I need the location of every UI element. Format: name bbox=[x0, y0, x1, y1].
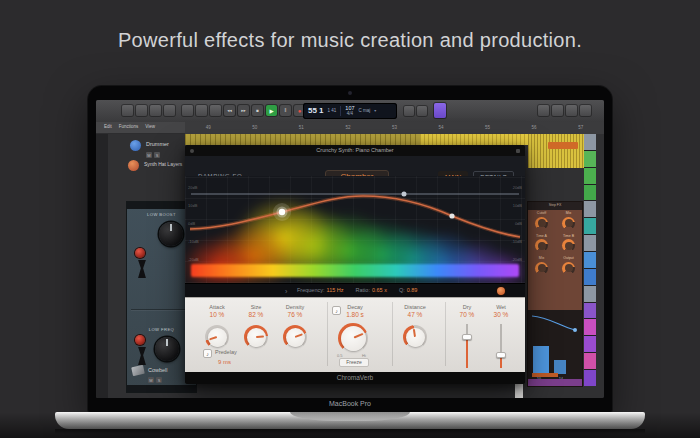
track-color-block[interactable] bbox=[584, 319, 596, 335]
close-icon[interactable] bbox=[190, 149, 194, 153]
fx-knob[interactable] bbox=[562, 239, 575, 252]
density-label: Density bbox=[275, 305, 315, 311]
track-color-block[interactable] bbox=[584, 185, 596, 201]
rewind-button[interactable]: ◂◂ bbox=[224, 105, 235, 116]
track-color-block[interactable] bbox=[584, 370, 596, 386]
eq-toggle-switch-bottom[interactable] bbox=[135, 347, 149, 365]
plugin-titlebar[interactable]: Crunchy Synth: Piano Chamber bbox=[185, 145, 525, 156]
ruler-number[interactable]: 53 bbox=[392, 126, 397, 131]
eq-in-button-top[interactable] bbox=[135, 248, 145, 258]
ruler-number[interactable]: 52 bbox=[345, 126, 350, 131]
attack-knob[interactable] bbox=[205, 325, 229, 349]
menu-functions[interactable]: Functions bbox=[119, 125, 139, 130]
power-icon[interactable] bbox=[497, 287, 505, 295]
region-yellow-right[interactable] bbox=[528, 134, 584, 168]
fx-knob[interactable] bbox=[562, 217, 575, 230]
fx-knob[interactable] bbox=[562, 262, 575, 275]
mute-button[interactable]: M bbox=[148, 377, 154, 383]
track-color-block[interactable] bbox=[584, 201, 596, 217]
lcd-caret-icon[interactable]: ▾ bbox=[374, 109, 376, 113]
play-button[interactable]: ▶ bbox=[266, 105, 277, 116]
track-color-block[interactable] bbox=[584, 168, 596, 184]
status-label: Frequency: bbox=[297, 288, 325, 294]
eq-in-button-bottom[interactable] bbox=[135, 335, 145, 345]
track-color-block[interactable] bbox=[584, 303, 596, 319]
search-icon[interactable] bbox=[580, 105, 591, 116]
smart-controls-icon[interactable] bbox=[182, 105, 193, 116]
settings-icon[interactable] bbox=[552, 105, 563, 116]
track-color-block[interactable] bbox=[584, 218, 596, 234]
track-color-block[interactable] bbox=[584, 252, 596, 268]
link-icon[interactable] bbox=[516, 149, 520, 153]
menu-view[interactable]: View bbox=[145, 125, 155, 130]
region-yellow[interactable] bbox=[420, 134, 528, 145]
chevron-icon[interactable]: › bbox=[285, 288, 287, 295]
track-name-cowbell[interactable]: Cowbell bbox=[148, 368, 168, 374]
track-color-block[interactable] bbox=[584, 353, 596, 369]
ruler-number[interactable]: 54 bbox=[439, 126, 444, 131]
region-olive[interactable] bbox=[185, 134, 420, 145]
track-name-drummer[interactable]: Drummer bbox=[146, 142, 169, 148]
wet-slider[interactable] bbox=[495, 324, 507, 368]
ruler-number[interactable]: 50 bbox=[252, 126, 257, 131]
library-icon[interactable] bbox=[122, 105, 133, 116]
cowbell-mute-solo: M S bbox=[148, 377, 162, 383]
track-color-block[interactable] bbox=[584, 286, 596, 302]
axis-label: 10dB bbox=[513, 204, 522, 208]
low-freq-knob[interactable] bbox=[155, 337, 179, 361]
metronome-icon[interactable] bbox=[417, 106, 427, 116]
damping-eq-graph[interactable]: 20dB10dB0dB-10dB-20dB 20dB10dB0dB-10dB-2… bbox=[185, 176, 525, 283]
list-editors-icon[interactable] bbox=[210, 105, 221, 116]
editors-icon[interactable] bbox=[164, 105, 175, 116]
step-bar[interactable] bbox=[533, 346, 549, 374]
ruler-number[interactable]: 55 bbox=[485, 126, 490, 131]
lcd-display[interactable]: 55 1 1 41 107 4/4 C maj ▾ bbox=[303, 103, 397, 119]
track-name-synth[interactable]: Synth Hat Layers bbox=[144, 162, 182, 167]
freeze-button[interactable]: Freeze bbox=[339, 358, 369, 367]
track-color-block[interactable] bbox=[584, 336, 596, 352]
forward-button[interactable]: ▸▸ bbox=[238, 105, 249, 116]
lcd-position: 55 1 bbox=[308, 107, 324, 115]
track-color-block[interactable] bbox=[584, 269, 596, 285]
predelay-value: 9 ms bbox=[199, 359, 278, 365]
help-icon[interactable] bbox=[566, 105, 577, 116]
ruler-number[interactable]: 51 bbox=[299, 126, 304, 131]
track-color-block[interactable] bbox=[584, 235, 596, 251]
stop-button[interactable]: ■ bbox=[252, 105, 263, 116]
pause-button[interactable]: ‖ bbox=[280, 105, 291, 116]
track-color-block[interactable] bbox=[584, 134, 596, 150]
damping-curve bbox=[185, 176, 525, 283]
track-color-block[interactable] bbox=[584, 151, 596, 167]
distance-knob[interactable] bbox=[403, 325, 427, 349]
density-knob[interactable] bbox=[283, 325, 307, 349]
size-knob[interactable] bbox=[244, 325, 268, 349]
apple-loops-icon[interactable] bbox=[434, 103, 446, 118]
eq-toggle-switch-top[interactable] bbox=[135, 260, 149, 278]
solo-button[interactable]: S bbox=[156, 377, 162, 383]
dry-slider[interactable] bbox=[461, 324, 473, 368]
step-bar[interactable] bbox=[554, 360, 566, 374]
mixer-icon[interactable] bbox=[150, 105, 161, 116]
fx-knob[interactable] bbox=[535, 262, 548, 275]
fx-knob[interactable] bbox=[535, 239, 548, 252]
track-header-strip bbox=[96, 134, 108, 398]
low-boost-knob[interactable] bbox=[159, 222, 183, 246]
fx-knob-label: Time A bbox=[536, 235, 547, 239]
webcam-icon bbox=[348, 91, 352, 95]
solo-button[interactable]: S bbox=[154, 152, 160, 158]
decay-knob[interactable] bbox=[338, 323, 368, 353]
menu-edit[interactable]: Edit bbox=[104, 125, 112, 130]
count-in-icon[interactable] bbox=[404, 106, 414, 116]
inspector-icon[interactable] bbox=[136, 105, 147, 116]
mute-button[interactable]: M bbox=[146, 152, 152, 158]
fx-knob[interactable] bbox=[535, 217, 548, 230]
step-fx-knobs: CutoffMixTime ATime BMixOutput bbox=[528, 212, 582, 275]
ruler-number[interactable]: 57 bbox=[578, 126, 583, 131]
toolbox-icon[interactable] bbox=[196, 105, 207, 116]
share-icon[interactable] bbox=[538, 105, 549, 116]
plugin-header: DAMPING EQ Chamber MAINDETAILS bbox=[185, 156, 525, 177]
lcd-time-signature: 4/4 bbox=[347, 112, 353, 117]
ruler-number[interactable]: 56 bbox=[532, 126, 537, 131]
ruler-number[interactable]: 49 bbox=[206, 126, 211, 131]
fx-knob-label: Mix bbox=[566, 212, 571, 216]
